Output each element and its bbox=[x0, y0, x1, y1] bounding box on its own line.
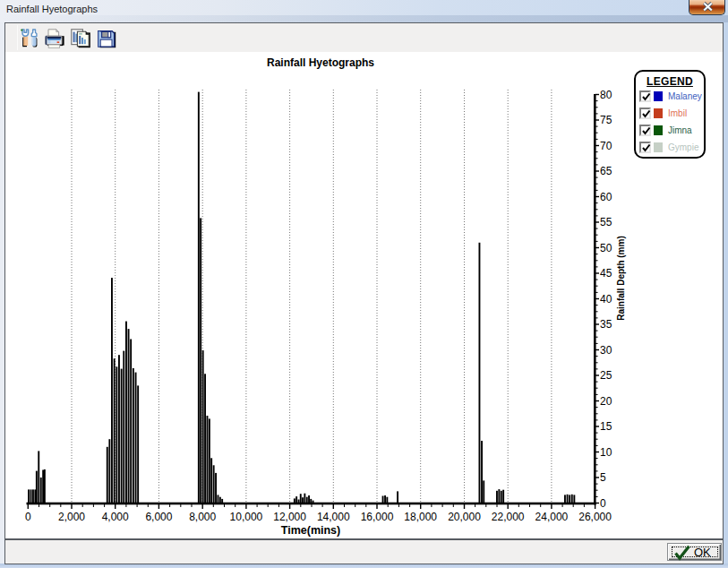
svg-text:15: 15 bbox=[600, 420, 612, 433]
svg-text:75: 75 bbox=[600, 114, 612, 126]
svg-text:Time(mins): Time(mins) bbox=[281, 524, 340, 537]
svg-text:80: 80 bbox=[600, 89, 612, 101]
svg-text:2,000: 2,000 bbox=[58, 511, 85, 523]
svg-text:70: 70 bbox=[600, 140, 612, 152]
svg-text:30: 30 bbox=[600, 344, 612, 357]
svg-text:25: 25 bbox=[600, 369, 612, 382]
svg-text:16,000: 16,000 bbox=[361, 511, 394, 523]
svg-text:0: 0 bbox=[25, 511, 31, 523]
svg-text:4,000: 4,000 bbox=[102, 511, 129, 523]
svg-text:22,000: 22,000 bbox=[492, 511, 525, 523]
svg-text:10: 10 bbox=[600, 446, 612, 459]
svg-text:18,000: 18,000 bbox=[404, 511, 437, 523]
svg-text:5: 5 bbox=[600, 471, 606, 484]
svg-text:35: 35 bbox=[600, 318, 612, 331]
svg-text:40: 40 bbox=[600, 293, 612, 306]
svg-text:65: 65 bbox=[600, 165, 612, 177]
svg-text:Rainfall Depth (mm): Rainfall Depth (mm) bbox=[616, 236, 626, 320]
svg-text:26,000: 26,000 bbox=[578, 511, 612, 523]
svg-text:20,000: 20,000 bbox=[448, 511, 481, 523]
svg-text:60: 60 bbox=[600, 191, 612, 203]
svg-text:45: 45 bbox=[600, 267, 612, 280]
svg-text:8,000: 8,000 bbox=[189, 511, 216, 523]
svg-text:55: 55 bbox=[600, 216, 612, 228]
svg-text:14,000: 14,000 bbox=[317, 511, 350, 523]
svg-text:12,000: 12,000 bbox=[273, 511, 306, 523]
svg-text:6,000: 6,000 bbox=[145, 511, 172, 523]
svg-text:10,000: 10,000 bbox=[230, 511, 263, 523]
svg-text:0: 0 bbox=[600, 497, 606, 510]
svg-text:50: 50 bbox=[600, 242, 612, 254]
svg-text:Rainfall Hyetographs: Rainfall Hyetographs bbox=[267, 56, 374, 69]
svg-text:24,000: 24,000 bbox=[535, 511, 569, 523]
svg-text:20: 20 bbox=[600, 395, 612, 408]
